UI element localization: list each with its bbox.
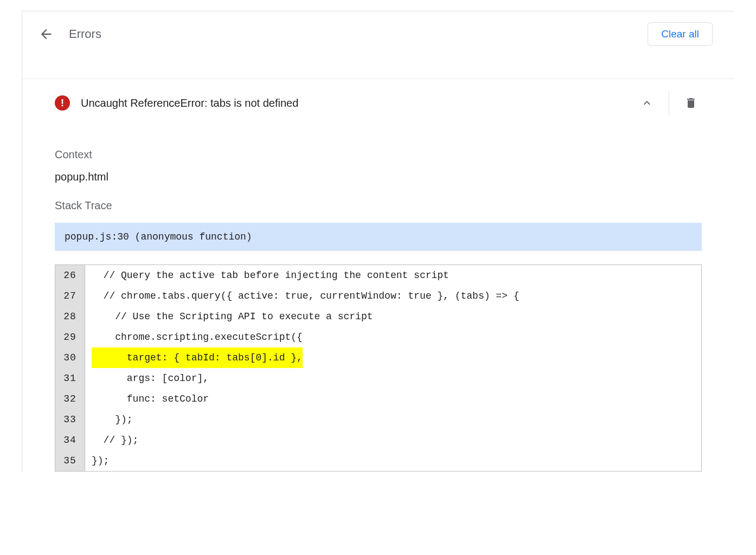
code-line: 32 func: setColor bbox=[55, 389, 701, 409]
error-message: Uncaught ReferenceError: tabs is not def… bbox=[81, 97, 298, 109]
code-line: 31 args: [color], bbox=[55, 368, 701, 389]
code-line: 33 }); bbox=[55, 409, 701, 430]
code-line: 35}); bbox=[55, 450, 701, 471]
code-text: target: { tabId: tabs[0].id }, bbox=[85, 347, 701, 368]
code-text: // chrome.tabs.query({ active: true, cur… bbox=[85, 286, 701, 306]
line-number: 26 bbox=[55, 265, 85, 286]
clear-all-button[interactable]: Clear all bbox=[648, 22, 713, 46]
back-button[interactable] bbox=[39, 27, 54, 42]
line-number: 31 bbox=[55, 368, 85, 389]
code-text: args: [color], bbox=[85, 368, 701, 389]
code-line: 27 // chrome.tabs.query({ active: true, … bbox=[55, 286, 701, 306]
source-code-block: 26 // Query the active tab before inject… bbox=[55, 264, 702, 472]
context-value: popup.html bbox=[55, 171, 702, 183]
error-item: ! Uncaught ReferenceError: tabs is not d… bbox=[22, 79, 734, 127]
errors-panel: Errors Clear all ! Uncaught ReferenceErr… bbox=[22, 11, 734, 472]
code-line: 34 // }); bbox=[55, 430, 701, 450]
line-number: 28 bbox=[55, 306, 85, 327]
header: Errors Clear all bbox=[22, 11, 734, 57]
line-number: 32 bbox=[55, 389, 85, 409]
line-number: 29 bbox=[55, 327, 85, 347]
code-text: // Use the Scripting API to execute a sc… bbox=[85, 306, 701, 327]
error-summary: ! Uncaught ReferenceError: tabs is not d… bbox=[55, 95, 298, 111]
code-text: }); bbox=[85, 409, 701, 430]
code-text: // Query the active tab before injecting… bbox=[85, 265, 701, 286]
code-line: 26 // Query the active tab before inject… bbox=[55, 265, 701, 286]
code-text: chrome.scripting.executeScript({ bbox=[85, 327, 701, 347]
delete-button[interactable] bbox=[669, 90, 713, 116]
trash-icon bbox=[684, 96, 697, 109]
error-actions bbox=[625, 90, 713, 116]
code-text: func: setColor bbox=[85, 389, 701, 409]
code-line: 29 chrome.scripting.executeScript({ bbox=[55, 327, 701, 347]
collapse-button[interactable] bbox=[625, 90, 669, 116]
error-icon: ! bbox=[55, 95, 70, 111]
error-details: Context popup.html Stack Trace popup.js:… bbox=[22, 127, 734, 472]
stack-frame[interactable]: popup.js:30 (anonymous function) bbox=[55, 223, 702, 251]
chevron-up-icon bbox=[640, 96, 654, 109]
arrow-left-icon bbox=[39, 27, 54, 42]
code-line: 30 target: { tabId: tabs[0].id }, bbox=[55, 347, 701, 368]
line-number: 33 bbox=[55, 409, 85, 430]
context-label: Context bbox=[55, 149, 702, 161]
page-title: Errors bbox=[69, 27, 101, 41]
code-line: 28 // Use the Scripting API to execute a… bbox=[55, 306, 701, 327]
line-number: 27 bbox=[55, 286, 85, 306]
line-number: 30 bbox=[55, 347, 85, 368]
line-number: 35 bbox=[55, 450, 85, 471]
code-text: // }); bbox=[85, 430, 701, 450]
line-number: 34 bbox=[55, 430, 85, 450]
code-text: }); bbox=[85, 450, 701, 471]
stack-trace-label: Stack Trace bbox=[55, 199, 702, 212]
header-left: Errors bbox=[39, 27, 101, 42]
